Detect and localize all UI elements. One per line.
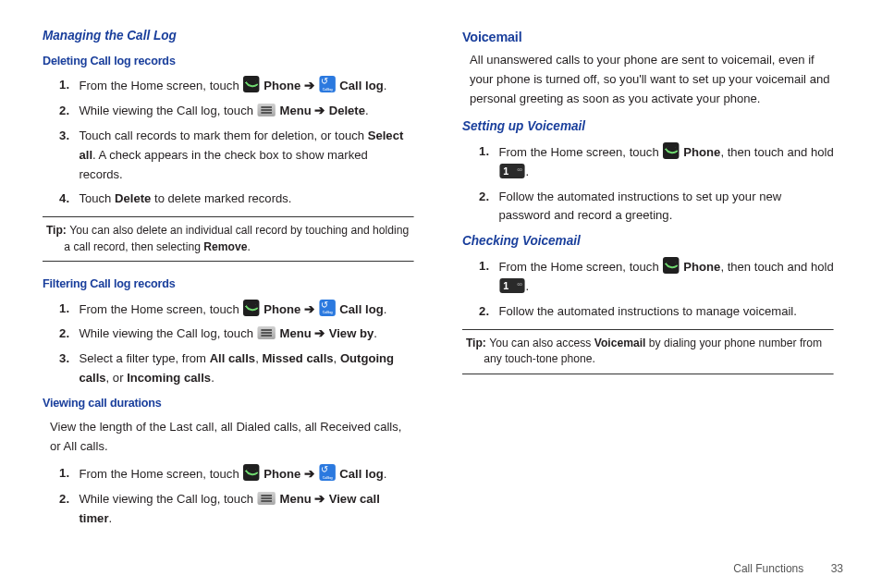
- call-log-icon: [319, 300, 335, 316]
- section-heading-managing: Managing the Call Log: [43, 26, 414, 46]
- menu-icon: [258, 326, 276, 339]
- list-item: From the Home screen, touch Phone, then …: [483, 257, 834, 297]
- menu-icon: [258, 104, 276, 116]
- list-item: While viewing the Call log, touch Menu ➔…: [63, 325, 414, 344]
- list-item: From the Home screen, touch Phone ➔ Call…: [63, 464, 414, 484]
- list-item: Follow the automated instructions to set…: [483, 188, 834, 227]
- phone-icon: [663, 257, 679, 274]
- list-item: Touch call records to mark them for dele…: [63, 127, 414, 185]
- phone-icon: [243, 300, 259, 316]
- list-item: While viewing the Call log, touch Menu ➔…: [63, 490, 414, 529]
- heading-voicemail: Voicemail: [462, 26, 829, 47]
- section-heading-check: Checking Voicemail: [462, 231, 834, 251]
- phone-icon: [243, 464, 259, 481]
- tip-delete: Tip: You can also delete an individual c…: [43, 216, 414, 262]
- list-item: From the Home screen, touch Phone ➔ Call…: [63, 300, 414, 320]
- tip-voicemail: Tip: You can also access Voicemail by di…: [462, 329, 834, 374]
- key-1-icon: [499, 278, 524, 293]
- check-steps: From the Home screen, touch Phone, then …: [462, 257, 845, 322]
- setup-steps: From the Home screen, touch Phone, then …: [462, 142, 845, 227]
- call-log-icon: [319, 76, 335, 92]
- list-item: From the Home screen, touch Phone ➔ Call…: [63, 76, 414, 96]
- key-1-icon: [499, 164, 524, 178]
- list-item: Follow the automated instructions to man…: [483, 302, 834, 322]
- phone-icon: [243, 76, 259, 92]
- list-item: Touch Delete to delete marked records.: [63, 190, 414, 209]
- section-heading-setup: Setting up Voicemail: [462, 116, 834, 137]
- deleting-steps: From the Home screen, touch Phone ➔ Call…: [43, 76, 425, 210]
- list-item: While viewing the Call log, touch Menu ➔…: [63, 102, 414, 121]
- menu-icon: [258, 492, 276, 505]
- list-item: From the Home screen, touch Phone, then …: [483, 142, 834, 182]
- left-column: Managing the Call Log Deleting Call log …: [43, 26, 425, 534]
- right-column: Voicemail All unanswered calls to your p…: [462, 26, 845, 534]
- footer-section: Call Functions: [733, 562, 803, 575]
- voicemail-intro: All unanswered calls to your phone are s…: [470, 51, 834, 109]
- page-footer: Call Functions 33: [733, 562, 843, 575]
- call-log-icon: [319, 464, 335, 481]
- subheading-deleting: Deleting Call log records: [43, 52, 414, 70]
- page-number: 33: [831, 562, 843, 575]
- list-item: Select a filter type, from All calls, Mi…: [63, 349, 414, 388]
- durations-intro: View the length of the Last call, all Di…: [50, 418, 414, 457]
- subheading-durations: Viewing call durations: [43, 394, 414, 412]
- subheading-filtering: Filtering Call log records: [43, 275, 414, 293]
- phone-icon: [663, 142, 679, 159]
- duration-steps: From the Home screen, touch Phone ➔ Call…: [43, 464, 425, 529]
- filtering-steps: From the Home screen, touch Phone ➔ Call…: [43, 300, 425, 389]
